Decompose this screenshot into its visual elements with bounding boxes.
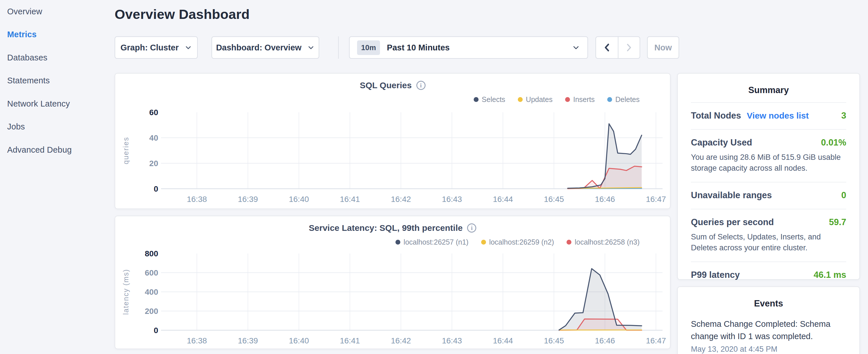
summary-row-unavailable-ranges: Unavailable ranges 0 — [691, 182, 846, 209]
svg-text:16:41: 16:41 — [340, 336, 360, 345]
svg-text:16:43: 16:43 — [442, 336, 462, 345]
chart-legend: localhost:26257 (n1)localhost:26259 (n2)… — [396, 238, 640, 246]
svg-text:16:39: 16:39 — [238, 336, 258, 345]
summary-row-p99-latency: P99 latency 46.1 ms — [691, 261, 846, 288]
legend-label: localhost:26258 (n3) — [575, 238, 640, 246]
svg-text:16:47: 16:47 — [646, 336, 666, 345]
svg-text:16:45: 16:45 — [544, 195, 564, 204]
summary-row-capacity-used: Capacity Used 0.01% You are using 28.6 M… — [691, 129, 846, 182]
svg-text:40: 40 — [149, 133, 158, 142]
legend-dot-icon — [474, 97, 478, 102]
chevron-down-icon — [307, 44, 315, 51]
legend-item[interactable]: localhost:26257 (n1) — [396, 238, 468, 246]
svg-text:16:44: 16:44 — [493, 336, 513, 345]
svg-text:16:44: 16:44 — [493, 195, 513, 204]
legend-label: Selects — [482, 95, 505, 104]
queries-per-second-description: Sum of Selects, Updates, Inserts, and De… — [691, 231, 846, 253]
info-icon[interactable]: i — [416, 81, 426, 90]
events-heading: Events — [691, 287, 846, 316]
sidebar-item-network-latency[interactable]: Network Latency — [7, 92, 115, 116]
time-range-picker[interactable]: 10m Past 10 Minutes — [349, 36, 588, 59]
legend-dot-icon — [481, 240, 486, 245]
chevron-down-icon — [572, 43, 580, 52]
svg-text:16:41: 16:41 — [340, 195, 360, 204]
legend-label: Updates — [526, 95, 553, 104]
sidebar-item-databases[interactable]: Databases — [7, 46, 115, 69]
svg-text:16:42: 16:42 — [391, 336, 411, 345]
p99-latency-label: P99 latency — [691, 270, 740, 280]
legend-item[interactable]: localhost:26258 (n3) — [566, 238, 640, 246]
page-title: Overview Dashboard — [115, 6, 250, 22]
svg-text:16:46: 16:46 — [595, 195, 615, 204]
chart-title: Service Latency: SQL, 99th percentile — [309, 223, 463, 233]
graph-scope-dropdown[interactable]: Graph: Cluster — [115, 36, 198, 59]
queries-per-second-label: Queries per second — [691, 217, 774, 227]
queries-per-second-value: 59.7 — [829, 217, 846, 227]
step-forward-button-disabled[interactable] — [618, 37, 640, 58]
time-window-badge: 10m — [357, 40, 380, 55]
total-nodes-value: 3 — [841, 110, 846, 121]
chart-legend: SelectsUpdatesInsertsDeletes — [474, 95, 640, 104]
legend-label: localhost:26257 (n1) — [403, 238, 468, 246]
svg-text:20: 20 — [149, 159, 158, 168]
capacity-used-label: Capacity Used — [691, 137, 752, 148]
svg-text:60: 60 — [149, 109, 158, 117]
service-latency-chart-card: Service Latency: SQL, 99th percentile i … — [115, 216, 671, 349]
capacity-used-description: You are using 28.6 MiB of 515.9 GiB usab… — [691, 152, 846, 173]
legend-item[interactable]: Updates — [518, 95, 553, 104]
view-nodes-list-link[interactable]: View nodes list — [747, 111, 809, 121]
svg-text:16:38: 16:38 — [187, 336, 207, 345]
unavailable-ranges-value: 0 — [841, 190, 846, 200]
toolbar-divider — [338, 36, 339, 59]
svg-text:queries: queries — [122, 137, 130, 164]
legend-dot-icon — [518, 97, 523, 102]
svg-text:800: 800 — [145, 251, 158, 258]
dashboard-dropdown[interactable]: Dashboard: Overview — [212, 36, 319, 59]
now-button[interactable]: Now — [647, 36, 679, 59]
events-panel: Events Schema Change Completed: Schema c… — [677, 286, 860, 354]
sidebar-item-statements[interactable]: Statements — [7, 69, 115, 93]
unavailable-ranges-label: Unavailable ranges — [691, 190, 772, 200]
service-latency-plot[interactable]: 16:3816:3916:4016:4116:4216:4316:4416:45… — [115, 251, 671, 347]
total-nodes-label: Total Nodes — [691, 110, 741, 121]
svg-text:16:39: 16:39 — [238, 195, 258, 204]
graph-scope-label: Graph: Cluster — [120, 43, 179, 53]
chart-title-row: SQL Queries i — [115, 81, 670, 90]
time-step-buttons — [595, 36, 640, 59]
info-icon[interactable]: i — [467, 223, 476, 232]
step-back-button[interactable] — [596, 37, 618, 58]
svg-text:600: 600 — [145, 268, 158, 277]
sidebar-item-advanced-debug[interactable]: Advanced Debug — [7, 138, 115, 162]
sidebar-item-overview[interactable]: Overview — [7, 0, 115, 23]
chart-title-row: Service Latency: SQL, 99th percentile i — [115, 223, 670, 233]
sidebar-item-jobs[interactable]: Jobs — [7, 116, 115, 139]
legend-dot-icon — [396, 240, 400, 245]
svg-text:latency (ms): latency (ms) — [122, 269, 130, 315]
legend-item[interactable]: localhost:26259 (n2) — [481, 238, 554, 246]
legend-dot-icon — [565, 97, 570, 102]
legend-dot-icon — [566, 240, 571, 245]
svg-text:16:45: 16:45 — [544, 336, 564, 345]
sql-queries-chart-card: SQL Queries i SelectsUpdatesInsertsDelet… — [115, 73, 671, 209]
sidebar: Overview Metrics Databases Statements Ne… — [0, 0, 115, 354]
event-message: Schema Change Completed: Schema change w… — [691, 318, 846, 343]
sidebar-item-metrics[interactable]: Metrics — [7, 23, 115, 46]
sql-queries-plot[interactable]: 16:3816:3916:4016:4116:4216:4316:4416:45… — [115, 109, 671, 205]
legend-item[interactable]: Selects — [474, 95, 505, 104]
svg-text:0: 0 — [154, 326, 158, 335]
chevron-left-icon — [602, 43, 611, 53]
summary-row-queries-per-second: Queries per second 59.7 Sum of Selects, … — [691, 209, 846, 261]
svg-text:16:47: 16:47 — [646, 195, 666, 204]
p99-latency-value: 46.1 ms — [813, 270, 846, 280]
svg-text:16:40: 16:40 — [289, 195, 309, 204]
dashboard-label: Dashboard: Overview — [216, 43, 302, 53]
svg-text:16:43: 16:43 — [442, 195, 462, 204]
chevron-down-icon — [185, 44, 192, 51]
svg-text:0: 0 — [154, 185, 158, 193]
legend-item[interactable]: Deletes — [607, 95, 640, 104]
chart-title: SQL Queries — [360, 81, 411, 90]
event-timestamp: May 13, 2020 at 4:45 PM — [691, 345, 846, 354]
summary-row-total-nodes: Total Nodes View nodes list 3 — [691, 102, 846, 129]
event-list-item[interactable]: Schema Change Completed: Schema change w… — [691, 318, 846, 354]
legend-item[interactable]: Inserts — [565, 95, 595, 104]
